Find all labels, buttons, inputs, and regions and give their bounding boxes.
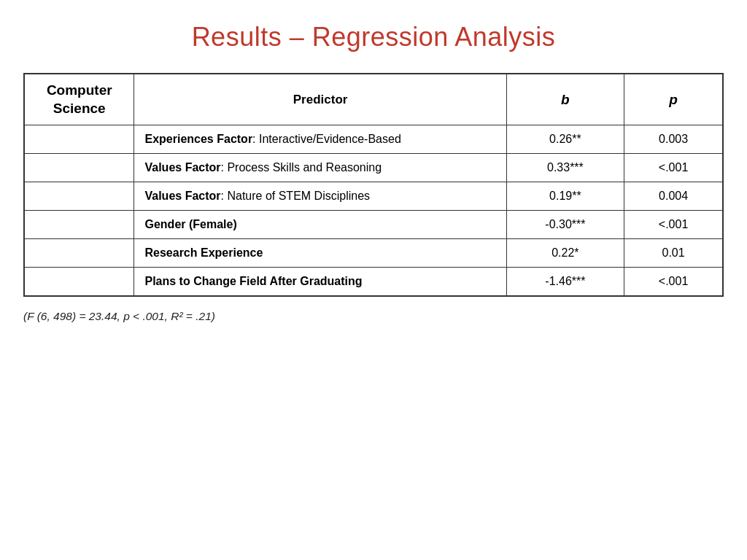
predictor-rest-text: : Nature of STEM Disciplines [221,190,371,202]
subject-cell [24,154,134,182]
table-wrapper: Computer Science Predictor b p Experienc… [23,73,724,297]
predictor-cell: Values Factor: Process Skills and Reason… [134,154,506,182]
header-p: p [624,74,723,125]
predictor-cell: Plans to Change Field After Graduating [134,268,506,297]
header-predictor: Predictor [134,74,506,125]
b-value-cell: -1.46*** [506,268,624,297]
p-value-cell: 0.01 [624,239,723,268]
predictor-cell: Research Experience [134,239,506,268]
subject-cell [24,268,134,297]
table-row: Values Factor: Nature of STEM Discipline… [24,182,723,211]
predictor-rest-text: : Process Skills and Reasoning [221,161,382,174]
p-value-cell: <.001 [624,268,723,297]
predictor-rest-text: : Interactive/Evidence-Based [252,133,401,145]
page-title: Results – Regression Analysis [192,22,556,52]
page-container: Results – Regression Analysis Computer S… [0,0,747,560]
table-row: Values Factor: Process Skills and Reason… [24,154,723,182]
header-b: b [506,74,624,125]
table-header-row: Computer Science Predictor b p [24,74,723,125]
predictor-bold-text: Values Factor [144,161,220,174]
table-body: Experiences Factor: Interactive/Evidence… [24,125,723,297]
predictor-bold-text: Gender (Female) [144,218,236,230]
predictor-bold-text: Plans to Change Field After Graduating [144,275,362,287]
table-row: Research Experience0.22*0.01 [24,239,723,268]
p-value-cell: 0.003 [624,125,723,154]
b-value-cell: 0.22* [506,239,624,268]
b-value-cell: 0.26** [506,125,624,154]
header-subject: Computer Science [24,74,134,125]
b-value-cell: -0.30*** [506,211,624,239]
p-value-cell: 0.004 [624,182,723,211]
subject-cell [24,125,134,154]
predictor-bold-text: Research Experience [144,246,263,259]
b-value-cell: 0.19** [506,182,624,211]
predictor-bold-text: Values Factor [144,190,220,202]
subject-cell [24,182,134,211]
regression-table: Computer Science Predictor b p Experienc… [23,73,724,297]
subject-cell [24,239,134,268]
table-row: Gender (Female)-0.30***<.001 [24,211,723,239]
footnote: (F (6, 498) = 23.44, p < .001, R² = .21) [23,310,724,323]
p-value-cell: <.001 [624,154,723,182]
predictor-cell: Experiences Factor: Interactive/Evidence… [134,125,506,154]
table-row: Experiences Factor: Interactive/Evidence… [24,125,723,154]
p-value-cell: <.001 [624,211,723,239]
b-value-cell: 0.33*** [506,154,624,182]
subject-cell [24,211,134,239]
predictor-cell: Gender (Female) [134,211,506,239]
table-row: Plans to Change Field After Graduating-1… [24,268,723,297]
predictor-bold-text: Experiences Factor [144,133,252,145]
predictor-cell: Values Factor: Nature of STEM Discipline… [134,182,506,211]
